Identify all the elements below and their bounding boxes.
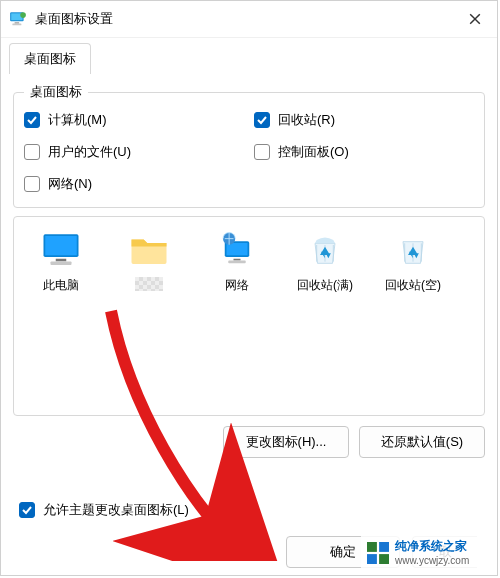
icon-label: 回收站(满) [286, 277, 364, 294]
close-button[interactable] [461, 5, 489, 33]
icon-item-network[interactable]: 网络 [198, 229, 276, 294]
recycle-bin-full-icon [302, 229, 348, 271]
checkbox-box [19, 502, 35, 518]
checkbox-box [254, 144, 270, 160]
svg-rect-17 [379, 542, 389, 552]
dialog-window: 桌面图标设置 桌面图标 桌面图标 计算机(M) [0, 0, 498, 576]
icon-label [110, 277, 188, 291]
group-legend: 桌面图标 [24, 83, 88, 101]
pc-icon [38, 229, 84, 271]
titlebar: 桌面图标设置 [1, 1, 497, 38]
checkbox-label: 用户的文件(U) [48, 143, 131, 161]
checkbox-label: 允许主题更改桌面图标(L) [43, 501, 189, 519]
icon-item-bin-full[interactable]: 回收站(满) [286, 229, 364, 294]
svg-rect-14 [228, 261, 246, 264]
svg-rect-2 [15, 22, 20, 23]
checkbox-label: 网络(N) [48, 175, 92, 193]
icon-label: 回收站(空) [374, 277, 452, 294]
icon-label: 网络 [198, 277, 276, 294]
svg-rect-18 [367, 554, 377, 564]
checkbox-computer[interactable]: 计算机(M) [24, 111, 244, 129]
checkbox-label: 控制面板(O) [278, 143, 349, 161]
svg-rect-16 [367, 542, 377, 552]
svg-point-4 [20, 12, 26, 18]
checkbox-box [24, 176, 40, 192]
app-icon [9, 10, 27, 28]
icon-item-bin-empty[interactable]: 回收站(空) [374, 229, 452, 294]
checkbox-label: 计算机(M) [48, 111, 107, 129]
change-icon-button[interactable]: 更改图标(H)... [223, 426, 349, 458]
icon-item-this-pc[interactable]: 此电脑 [22, 229, 100, 294]
close-icon [469, 13, 481, 25]
watermark-logo-icon [367, 542, 389, 564]
svg-rect-13 [234, 259, 241, 261]
tab-strip: 桌面图标 [1, 38, 497, 73]
folder-icon [126, 229, 172, 271]
tab-panel: 桌面图标 计算机(M) 回收站(R) [9, 83, 489, 458]
checkbox-label: 回收站(R) [278, 111, 335, 129]
icon-preview-list: 此电脑 [13, 216, 485, 416]
icon-label: 此电脑 [22, 277, 100, 294]
watermark-url: www.ycwjzy.com [395, 554, 469, 567]
svg-rect-19 [379, 554, 389, 564]
recycle-bin-empty-icon [390, 229, 436, 271]
checkbox-box [24, 144, 40, 160]
checkbox-control-panel[interactable]: 控制面板(O) [254, 143, 474, 161]
checkbox-grid: 计算机(M) 回收站(R) 用户的文件(U) [24, 111, 474, 193]
watermark-title: 纯净系统之家 [395, 539, 469, 555]
checkbox-user-files[interactable]: 用户的文件(U) [24, 143, 244, 161]
watermark: 纯净系统之家 www.ycwjzy.com [361, 533, 497, 573]
desktop-icons-group: 桌面图标 计算机(M) 回收站(R) [13, 83, 485, 208]
window-title: 桌面图标设置 [35, 10, 461, 28]
tab-desktop-icons[interactable]: 桌面图标 [9, 43, 91, 74]
checkbox-recycle-bin[interactable]: 回收站(R) [254, 111, 474, 129]
icon-button-row: 更改图标(H)... 还原默认值(S) [13, 426, 485, 458]
svg-rect-8 [45, 236, 77, 255]
checkbox-box [24, 112, 40, 128]
svg-rect-12 [227, 243, 248, 255]
icon-item-user-folder[interactable] [110, 229, 188, 294]
checkbox-box [254, 112, 270, 128]
checkbox-allow-theme[interactable]: 允许主题更改桌面图标(L) [19, 501, 189, 519]
checkbox-network[interactable]: 网络(N) [24, 175, 244, 193]
restore-default-button[interactable]: 还原默认值(S) [359, 426, 485, 458]
svg-rect-3 [12, 24, 21, 26]
svg-rect-10 [51, 261, 72, 265]
svg-rect-9 [56, 259, 67, 262]
network-icon [214, 229, 260, 271]
